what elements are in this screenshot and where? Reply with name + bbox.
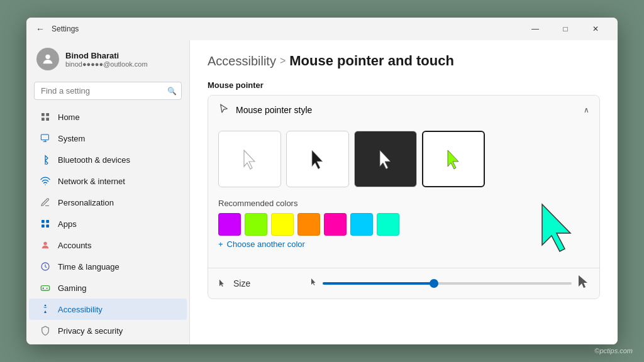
sidebar-label-time: Time & language [58,262,119,272]
size-icon-small [218,279,226,288]
settings-window: ← Settings — □ ✕ Binod Bharati binod●●●●… [26,18,618,344]
search-icon: 🔍 [167,87,177,96]
pointer-style-label: Mouse pointer style [236,105,312,115]
sidebar-item-accounts[interactable]: Accounts [29,234,187,256]
sidebar-label-apps: Apps [58,219,77,229]
color-swatch-orange[interactable] [297,213,320,236]
sidebar-item-home[interactable]: Home [29,106,187,128]
user-name: Binod Bharati [65,51,148,60]
svg-point-10 [43,242,47,245]
pointer-style-card: Mouse pointer style ∧ [208,95,600,299]
pointer-option-inverted[interactable] [354,131,417,187]
time-icon [39,260,52,273]
system-icon [39,132,52,145]
color-swatch-pink[interactable] [324,213,347,236]
slider-thumb[interactable] [430,279,438,288]
privacy-icon [39,324,52,337]
sidebar-item-accessibility[interactable]: Accessibility [29,299,187,320]
card-header-left: Mouse pointer style [218,103,312,117]
svg-point-0 [45,55,50,59]
minimize-button[interactable]: — [521,19,550,39]
accounts-icon [39,239,52,251]
svg-rect-4 [46,118,49,121]
sidebar-label-home: Home [58,112,80,122]
mouse-pointer-section-label: Mouse pointer [208,80,600,90]
colors-row [218,213,399,236]
choose-another-color-button[interactable]: + Choose another color [218,239,399,249]
breadcrumb: Accessibility [208,54,276,69]
user-profile[interactable]: Binod Bharati binod●●●●●@outlook.com [26,40,189,78]
close-button[interactable]: ✕ [581,19,610,39]
avatar [36,48,59,70]
color-swatch-cyan[interactable] [350,213,373,236]
search-box: 🔍 [34,82,182,100]
colors-label: Recommended colors [218,199,399,208]
sidebar-label-gaming: Gaming [58,283,87,293]
color-swatch-purple[interactable] [218,213,241,236]
sidebar-item-system[interactable]: System [29,128,187,149]
slider-fill [323,282,435,285]
network-icon [39,175,52,187]
plus-icon: + [218,239,223,249]
search-input[interactable] [34,82,182,100]
size-cursor-small-icon [310,278,318,289]
sidebar-item-network[interactable]: Network & internet [29,170,187,192]
size-slider-container [310,275,589,292]
sidebar-label-network: Network & internet [58,177,125,186]
svg-rect-2 [46,113,49,116]
page-header: Accessibility > Mouse pointer and touch [208,53,600,69]
sidebar-label-accounts: Accounts [58,241,91,250]
svg-point-13 [45,305,47,307]
sidebar-label-personalization: Personalization [58,198,114,207]
bluetooth-icon [39,153,52,166]
content-area: Binod Bharati binod●●●●●@outlook.com 🔍 H… [26,40,618,344]
title-bar: ← Settings — □ ✕ [26,18,618,40]
watermark: ©pctips.com [594,347,633,354]
svg-rect-6 [42,220,45,223]
size-label: Size [233,278,271,288]
personalization-icon [39,196,52,209]
cursor-preview [526,199,589,255]
user-email: binod●●●●●@outlook.com [65,60,148,68]
maximize-button[interactable]: □ [551,19,580,39]
pointer-option-color[interactable] [422,131,485,187]
sidebar-item-gaming[interactable]: Gaming [29,277,187,299]
svg-rect-1 [42,113,45,116]
size-row: Size [208,268,599,299]
svg-rect-3 [42,118,45,121]
card-body: Recommended colors + [208,124,599,268]
window-title: Settings [52,25,521,33]
colors-section: Recommended colors + [218,199,399,249]
sidebar-label-accessibility: Accessibility [58,305,103,314]
svg-rect-8 [42,224,45,228]
pointer-styles [218,131,589,187]
svg-rect-7 [46,220,49,223]
card-header: Mouse pointer style ∧ [208,96,599,124]
mouse-pointer-icon [218,103,230,117]
pointer-option-white[interactable] [218,131,281,187]
sidebar-item-bluetooth[interactable]: Bluetooth & devices [29,149,187,170]
choose-color-label: Choose another color [227,239,305,249]
sidebar-item-time[interactable]: Time & language [29,256,187,277]
sidebar: Binod Bharati binod●●●●●@outlook.com 🔍 H… [26,40,190,344]
breadcrumb-separator: > [280,55,286,67]
color-swatch-teal[interactable] [377,213,399,236]
slider-track[interactable] [323,282,572,285]
back-button[interactable]: ← [34,23,47,35]
chevron-up-icon[interactable]: ∧ [584,106,589,114]
size-cursor-large-icon [577,275,589,292]
color-swatch-yellow[interactable] [271,213,294,236]
user-info: Binod Bharati binod●●●●●@outlook.com [65,51,148,68]
apps-icon [39,217,52,230]
sidebar-item-personalization[interactable]: Personalization [29,192,187,213]
svg-rect-5 [41,134,48,140]
color-swatch-green[interactable] [245,213,267,236]
sidebar-label-bluetooth: Bluetooth & devices [58,155,130,165]
gaming-icon [39,282,52,294]
sidebar-item-privacy[interactable]: Privacy & security [29,320,187,341]
pointer-option-black[interactable] [286,131,349,187]
main-content: Accessibility > Mouse pointer and touch … [190,40,618,344]
colors-and-preview: Recommended colors + [218,199,589,258]
sidebar-item-apps[interactable]: Apps [29,213,187,234]
sidebar-label-system: System [58,134,85,143]
